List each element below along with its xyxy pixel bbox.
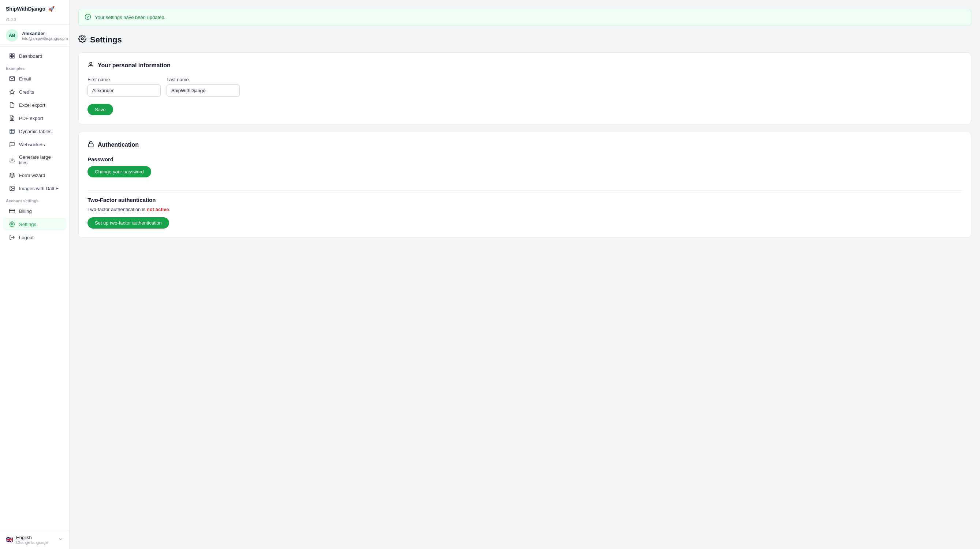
first-name-input[interactable]: [88, 84, 161, 97]
sidebar: ShipWithDjango 🚀 v1.0.0 AB Alexander inf…: [0, 0, 70, 549]
svg-rect-23: [88, 144, 93, 147]
user-details: Alexander info@shipwithdjango.com: [22, 31, 68, 41]
language-name: English: [16, 535, 55, 540]
sidebar-item-form-wizard[interactable]: Form wizard: [3, 169, 66, 181]
examples-section-label: Examples: [0, 63, 69, 72]
sidebar-item-email[interactable]: Email: [3, 72, 66, 85]
chevron-down-icon: [58, 536, 63, 543]
sidebar-item-label: Form wizard: [19, 173, 45, 178]
sidebar-item-label: Billing: [19, 208, 32, 214]
name-form-row: First name Last name: [88, 77, 962, 97]
first-name-field: First name: [88, 77, 161, 97]
svg-point-15: [11, 187, 12, 188]
logo: ShipWithDjango 🚀: [0, 0, 69, 17]
language-selector[interactable]: 🇬🇧 English Change language: [0, 530, 69, 549]
layers-icon: [9, 172, 15, 178]
svg-rect-2: [10, 56, 12, 58]
page-title: Settings: [78, 35, 971, 45]
sidebar-item-websockets[interactable]: Websockets: [3, 138, 66, 151]
user-info: AB Alexander info@shipwithdjango.com: [0, 24, 69, 46]
sidebar-item-dynamic-tables[interactable]: Dynamic tables: [3, 125, 66, 138]
change-password-button[interactable]: Change your password: [88, 166, 151, 178]
last-name-input[interactable]: [167, 84, 240, 97]
first-name-label: First name: [88, 77, 161, 82]
sidebar-item-label: PDF export: [19, 116, 43, 121]
account-section-label: Account settings: [0, 195, 69, 205]
personal-info-card: Your personal information First name Las…: [78, 52, 971, 124]
user-name: Alexander: [22, 31, 68, 36]
file-text-icon: [9, 115, 15, 121]
check-circle-icon: [84, 14, 91, 21]
language-info: English Change language: [16, 535, 55, 544]
language-change-label: Change language: [16, 540, 55, 544]
authentication-title: Authentication: [88, 141, 962, 149]
lock-icon: [88, 141, 94, 149]
settings-gear-icon: [78, 35, 86, 45]
svg-point-22: [90, 62, 92, 64]
personal-info-title: Your personal information: [88, 62, 962, 70]
sidebar-item-label: Credits: [19, 89, 34, 95]
sidebar-item-images-dall-e[interactable]: Images with Dall-E: [3, 182, 66, 195]
svg-rect-1: [13, 54, 14, 56]
two-factor-subtitle: Two-Factor authentication: [88, 197, 962, 203]
mail-icon: [9, 75, 15, 82]
svg-marker-5: [10, 89, 14, 94]
gear-icon: [9, 221, 15, 227]
sidebar-item-credits[interactable]: Credits: [3, 86, 66, 98]
user-icon: [88, 62, 94, 70]
sidebar-item-billing[interactable]: Billing: [3, 205, 66, 217]
setup-two-factor-button[interactable]: Set up two-factor authentication: [88, 217, 169, 228]
success-message: Your settings have been updated.: [95, 14, 165, 20]
svg-rect-0: [10, 54, 12, 56]
two-factor-status-text: Two-factor authentication is not active.: [88, 207, 962, 212]
sidebar-item-excel-export[interactable]: Excel export: [3, 99, 66, 111]
sidebar-item-label: Websockets: [19, 142, 45, 148]
avatar: AB: [6, 29, 18, 42]
divider: [88, 190, 962, 191]
app-version: v1.0.0: [0, 17, 69, 24]
sidebar-item-pdf-export[interactable]: PDF export: [3, 112, 66, 124]
star-icon: [9, 89, 15, 95]
image-icon: [9, 185, 15, 192]
svg-rect-16: [10, 209, 15, 213]
sidebar-item-dashboard[interactable]: Dashboard: [3, 50, 66, 62]
svg-marker-13: [10, 173, 14, 175]
sidebar-item-label: Logout: [19, 235, 34, 240]
sidebar-item-logout[interactable]: Logout: [3, 231, 66, 244]
last-name-field: Last name: [167, 77, 240, 97]
sidebar-item-label: Dashboard: [19, 53, 43, 59]
svg-point-21: [81, 38, 83, 40]
svg-rect-3: [13, 56, 14, 58]
sidebar-item-generate-large-files[interactable]: Generate large files: [3, 151, 66, 168]
file-icon: [9, 102, 15, 108]
sidebar-item-settings[interactable]: Settings: [3, 218, 66, 230]
sidebar-item-label: Email: [19, 76, 31, 82]
sidebar-item-label: Dynamic tables: [19, 129, 52, 134]
log-out-icon: [9, 234, 15, 241]
sidebar-item-label: Settings: [19, 222, 36, 227]
svg-rect-8: [10, 129, 14, 133]
table-icon: [9, 128, 15, 135]
download-icon: [9, 157, 15, 163]
sidebar-item-label: Excel export: [19, 102, 45, 108]
password-subtitle: Password: [88, 156, 962, 162]
logo-text: ShipWithDjango: [6, 6, 45, 12]
user-email: info@shipwithdjango.com: [22, 36, 68, 41]
sidebar-item-label: Images with Dall-E: [19, 186, 59, 191]
last-name-label: Last name: [167, 77, 240, 82]
main-content: Your settings have been updated. Setting…: [70, 0, 980, 549]
two-factor-status: not active: [147, 207, 169, 212]
sidebar-item-label: Generate large files: [19, 154, 60, 165]
grid-icon: [9, 53, 15, 59]
save-button[interactable]: Save: [88, 104, 113, 115]
message-square-icon: [9, 141, 15, 148]
language-flag: 🇬🇧: [6, 536, 13, 543]
rocket-emoji: 🚀: [48, 6, 54, 12]
svg-point-18: [11, 224, 13, 225]
success-banner: Your settings have been updated.: [78, 9, 971, 26]
credit-card-icon: [9, 208, 15, 214]
authentication-card: Authentication Password Change your pass…: [78, 132, 971, 238]
